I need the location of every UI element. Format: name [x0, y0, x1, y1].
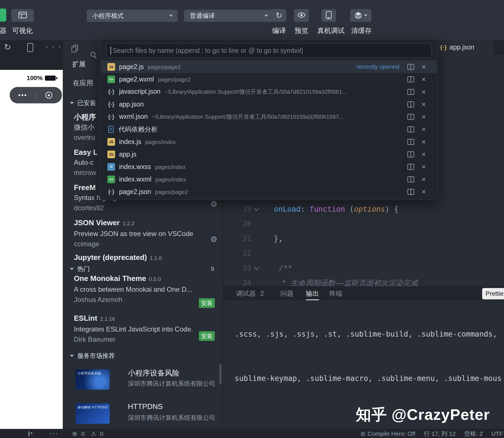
market-item-title[interactable]: 小程序设备风险	[128, 368, 180, 378]
compile-button[interactable]: ↻	[272, 9, 286, 22]
errors-icon[interactable]: ⊗	[72, 430, 77, 437]
section-marketplace[interactable]: 服务市场推荐	[63, 350, 223, 362]
triangle-down-icon	[70, 102, 74, 104]
file-row[interactable]: page2.jspages/page2 recently opened	[101, 61, 437, 73]
split-editor-icon[interactable]	[407, 176, 414, 182]
js-file-icon	[107, 138, 115, 146]
more-options-icon[interactable]	[45, 41, 62, 51]
file-row[interactable]: app.json	[101, 98, 437, 110]
line-number: 20	[227, 220, 251, 228]
fold-chevron-icon[interactable]	[254, 265, 259, 270]
split-editor-icon[interactable]	[407, 101, 414, 107]
remote-debug-button[interactable]	[321, 9, 336, 22]
close-icon[interactable]	[422, 188, 426, 195]
split-editor-icon[interactable]	[407, 114, 414, 120]
split-editor-icon[interactable]	[407, 189, 414, 195]
reload-simulator-icon[interactable]: ↻	[4, 42, 11, 52]
tab-output[interactable]: 输出	[306, 289, 319, 298]
file-row[interactable]: 代码依赖分析	[101, 123, 437, 135]
cursor-position[interactable]: 行 17, 列 12	[424, 430, 456, 438]
file-row[interactable]: wxml.json~/Library/Application Support/微…	[101, 110, 437, 123]
scrollbar-thumb[interactable]	[219, 364, 222, 385]
close-icon[interactable]	[422, 88, 426, 95]
triangle-down-icon	[70, 268, 74, 270]
preview-button[interactable]	[294, 9, 309, 22]
wechat-devtools-window: 器 可视化 小程序模式 普通编译 ↻ 编译 预览	[0, 0, 504, 438]
compile-hero-label[interactable]: Compile Hero: Off	[368, 430, 415, 437]
market-thumbnail[interactable]: 小程序设备风险	[76, 369, 110, 390]
close-icon[interactable]	[422, 163, 426, 170]
split-editor-icon[interactable]	[407, 76, 414, 82]
split-editor-icon[interactable]	[407, 139, 414, 145]
close-icon[interactable]	[422, 63, 426, 70]
thumbnail-text: 移动解析 HTTPDNS	[77, 405, 108, 409]
warnings-count[interactable]: 0	[100, 430, 103, 437]
wxml-file-icon	[107, 176, 115, 183]
market-item-title[interactable]: HTTPDNS	[128, 402, 163, 411]
close-icon[interactable]	[422, 113, 426, 120]
split-editor-icon[interactable]	[407, 151, 414, 157]
close-icon[interactable]	[422, 138, 426, 145]
extension-item[interactable]: Jupyter (deprecated)1.1.6	[74, 252, 217, 263]
close-icon[interactable]	[422, 176, 426, 183]
file-row[interactable]: index.jspages/index	[101, 135, 437, 148]
tab-app-json[interactable]: app.json	[434, 40, 493, 55]
split-editor-icon[interactable]	[407, 126, 414, 132]
close-icon[interactable]	[422, 101, 426, 108]
triangle-down-icon	[70, 355, 74, 357]
capsule-close-target[interactable]	[36, 92, 62, 99]
toolbar: 器 可视化 小程序模式 普通编译 ↻ 编译 预览	[0, 0, 504, 40]
file-row[interactable]: app.js	[101, 148, 437, 160]
close-icon[interactable]	[422, 151, 426, 158]
extension-version: 1.1.6	[150, 255, 162, 261]
fold-chevron-icon[interactable]	[254, 206, 259, 211]
tab-debugger[interactable]: 调试器	[236, 289, 256, 298]
split-editor-icon[interactable]	[407, 64, 414, 70]
market-thumbnail[interactable]: 移动解析 HTTPDNS	[76, 403, 110, 424]
extension-item[interactable]: One Monokai Theme0.5.0 A cross between M…	[74, 273, 199, 305]
mode-dropdown[interactable]: 小程序模式	[87, 10, 178, 22]
quick-open-input[interactable]: Search files by name (append : to go to …	[106, 43, 432, 58]
gear-icon[interactable]: ⚙	[210, 235, 217, 244]
compile-button-label: 编译	[267, 26, 291, 35]
search-icon[interactable]	[90, 52, 97, 59]
file-row[interactable]: index.wxmlpages/index	[101, 173, 437, 185]
capsule-menu-icon[interactable]	[10, 91, 36, 99]
close-icon[interactable]	[422, 76, 426, 83]
clear-cache-button[interactable]	[350, 9, 371, 22]
gear-icon[interactable]: ⚙	[210, 199, 217, 209]
extensions-search-text[interactable]: 在应用	[73, 78, 93, 87]
device-icon[interactable]	[27, 43, 33, 52]
compile-mode-value: 普通编译	[190, 12, 215, 20]
more-icon[interactable]: ···	[49, 429, 59, 438]
warnings-icon[interactable]: ⚠	[91, 430, 96, 437]
tab-problems[interactable]: 问题	[280, 289, 293, 298]
layers-icon	[354, 11, 362, 20]
install-button[interactable]: 安装	[199, 331, 215, 341]
eye-icon[interactable]	[28, 431, 30, 437]
extension-item[interactable]: JSON Viewer1.2.2 Preview JSON as tree vi…	[74, 218, 217, 249]
copy-files-icon[interactable]	[72, 45, 77, 52]
file-row[interactable]: index.wxsspages/index	[101, 160, 437, 173]
extension-author: Dirk Baeumer	[74, 334, 199, 345]
indentation[interactable]: 空格: 2	[464, 430, 483, 438]
visual-button[interactable]	[11, 9, 34, 22]
extension-item[interactable]: ESLint2.1.16 Integrates ESLint JavaScrip…	[74, 313, 199, 345]
file-row[interactable]: javascript.json~/Library/Application Sup…	[101, 85, 437, 98]
split-editor-icon[interactable]	[407, 89, 414, 95]
close-icon[interactable]	[422, 126, 426, 133]
extension-version: 0.5.0	[149, 276, 161, 282]
file-row[interactable]: page2.jsonpages/page2	[101, 185, 437, 198]
split-editor-icon[interactable]	[407, 164, 414, 170]
clear-cache-label: 清缓存	[351, 26, 372, 35]
compile-mode-dropdown[interactable]: 普通编译	[184, 10, 273, 22]
file-row[interactable]: page2.wxmlpages/page2	[101, 73, 437, 85]
recently-opened-badge: recently opened	[357, 63, 399, 70]
extension-desc: Preview JSON as tree view on VSCode	[74, 229, 217, 239]
errors-count[interactable]: 0	[81, 430, 85, 437]
encoding[interactable]: UTF	[491, 430, 503, 437]
debugger-toggle-button[interactable]	[0, 9, 6, 22]
tab-label: app.json	[449, 43, 474, 51]
install-button[interactable]: 安装	[199, 298, 215, 308]
tab-terminal[interactable]: 终端	[329, 289, 342, 298]
